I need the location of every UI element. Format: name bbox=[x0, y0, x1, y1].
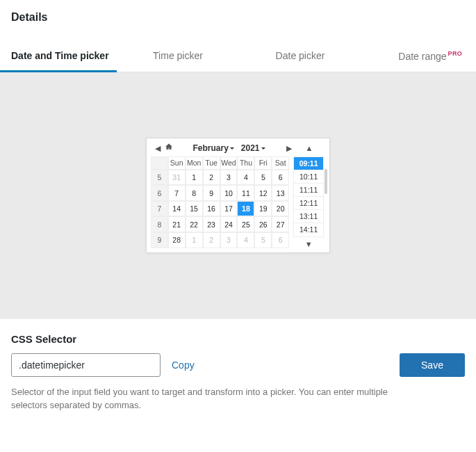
month-year-display: February 2021 bbox=[174, 143, 284, 153]
calendar-day-cell[interactable]: 4 bbox=[237, 170, 254, 186]
week-number-cell: 8 bbox=[151, 216, 168, 232]
year-select[interactable]: 2021 bbox=[241, 143, 265, 153]
tab-label: Date picker bbox=[276, 50, 325, 61]
week-number-header bbox=[151, 156, 168, 170]
calendar-day-cell[interactable]: 10 bbox=[220, 185, 238, 201]
weekday-header: Sat bbox=[272, 156, 289, 170]
calendar-day-cell[interactable]: 26 bbox=[254, 216, 272, 232]
time-scroll-down-icon[interactable]: ▼ bbox=[305, 237, 313, 248]
calendar-day-cell[interactable]: 24 bbox=[220, 216, 238, 232]
selector-help-text: Selector of the input field you want to … bbox=[11, 385, 400, 412]
week-number-cell: 5 bbox=[151, 170, 168, 186]
weekday-header: Sun bbox=[168, 156, 186, 170]
time-column: 09:1110:1111:1112:1113:1114:11 ▼ bbox=[292, 156, 325, 248]
calendar-day-cell[interactable]: 19 bbox=[254, 201, 272, 217]
picker-body: SunMonTueWedThuFriSat 531123456678910111… bbox=[151, 156, 325, 248]
calendar-row: 714151617181920 bbox=[151, 201, 289, 217]
weekday-header: Thu bbox=[237, 156, 254, 170]
calendar-row: 531123456 bbox=[151, 170, 289, 186]
week-number-cell: 6 bbox=[151, 185, 168, 201]
calendar-day-cell[interactable]: 3 bbox=[220, 170, 238, 186]
calendar-day-cell[interactable]: 6 bbox=[272, 232, 289, 248]
calendar-day-cell[interactable]: 21 bbox=[168, 216, 186, 232]
tab-label: Date and Time picker bbox=[11, 50, 109, 61]
calendar-day-cell[interactable]: 2 bbox=[203, 232, 220, 248]
calendar-day-cell[interactable]: 23 bbox=[203, 216, 220, 232]
calendar-day-cell[interactable]: 17 bbox=[220, 201, 238, 217]
calendar-day-cell[interactable]: 13 bbox=[272, 185, 289, 201]
time-option[interactable]: 10:11 bbox=[294, 170, 323, 184]
time-list: 09:1110:1111:1112:1113:1114:11 bbox=[293, 156, 324, 237]
calendar-day-cell[interactable]: 22 bbox=[186, 216, 203, 232]
copy-button[interactable]: Copy bbox=[172, 360, 195, 371]
picker-header: ◀ February 2021 ▶ ▲ bbox=[151, 143, 325, 156]
selector-panel: CSS Selector Copy Save Selector of the i… bbox=[0, 318, 476, 421]
time-scroll-up-icon[interactable]: ▲ bbox=[295, 143, 324, 154]
tab-date-picker[interactable]: Date picker bbox=[239, 40, 361, 72]
time-option[interactable]: 13:11 bbox=[294, 210, 323, 223]
tab-time-picker[interactable]: Time picker bbox=[117, 40, 239, 72]
calendar-day-cell[interactable]: 20 bbox=[272, 201, 289, 217]
page-title: Details bbox=[0, 0, 476, 40]
calendar-day-cell[interactable]: 1 bbox=[186, 170, 203, 186]
calendar-day-cell[interactable]: 7 bbox=[168, 185, 186, 201]
calendar-day-cell[interactable]: 5 bbox=[254, 170, 272, 186]
time-option[interactable]: 09:11 bbox=[294, 157, 323, 170]
calendar-day-cell[interactable]: 28 bbox=[168, 232, 186, 248]
calendar-table: SunMonTueWedThuFriSat 531123456678910111… bbox=[151, 156, 289, 248]
calendar-day-cell[interactable]: 5 bbox=[254, 232, 272, 248]
calendar-day-cell[interactable]: 27 bbox=[272, 216, 289, 232]
calendar-day-cell[interactable]: 18 bbox=[237, 201, 254, 217]
calendar-day-cell[interactable]: 8 bbox=[186, 185, 203, 201]
css-selector-input[interactable] bbox=[11, 353, 161, 377]
next-month-icon[interactable]: ▶ bbox=[284, 143, 295, 154]
time-option[interactable]: 12:11 bbox=[294, 197, 323, 210]
tab-date-and-time-picker[interactable]: Date and Time picker bbox=[0, 40, 117, 72]
time-scrollbar[interactable] bbox=[325, 169, 327, 194]
pro-badge: PRO bbox=[448, 50, 462, 57]
calendar-day-cell[interactable]: 1 bbox=[186, 232, 203, 248]
calendar-day-cell[interactable]: 14 bbox=[168, 201, 186, 217]
weekday-header: Wed bbox=[220, 156, 238, 170]
tab-label: Date range bbox=[398, 51, 446, 62]
tab-date-range[interactable]: Date rangePRO bbox=[361, 40, 476, 72]
prev-month-icon[interactable]: ◀ bbox=[152, 143, 163, 154]
calendar-day-cell[interactable]: 6 bbox=[272, 170, 289, 186]
calendar-day-cell[interactable]: 9 bbox=[203, 185, 220, 201]
weekday-header: Tue bbox=[203, 156, 220, 170]
calendar-day-cell[interactable]: 2 bbox=[203, 170, 220, 186]
calendar-row: 678910111213 bbox=[151, 185, 289, 201]
calendar-day-cell[interactable]: 31 bbox=[168, 170, 186, 186]
weekday-header: Mon bbox=[186, 156, 203, 170]
calendar-day-cell[interactable]: 3 bbox=[220, 232, 238, 248]
tab-label: Time picker bbox=[153, 50, 203, 61]
calendar-day-cell[interactable]: 15 bbox=[186, 201, 203, 217]
preview-area: ◀ February 2021 ▶ ▲ SunMonTueWedThuFriSa… bbox=[0, 72, 476, 318]
month-select[interactable]: February bbox=[192, 143, 233, 153]
datetime-picker-widget: ◀ February 2021 ▶ ▲ SunMonTueWedThuFriSa… bbox=[146, 138, 330, 253]
calendar-day-cell[interactable]: 12 bbox=[254, 185, 272, 201]
calendar-day-cell[interactable]: 11 bbox=[237, 185, 254, 201]
save-button[interactable]: Save bbox=[400, 353, 465, 377]
home-icon[interactable] bbox=[163, 143, 174, 154]
weekday-header: Fri bbox=[254, 156, 272, 170]
calendar-day-cell[interactable]: 25 bbox=[237, 216, 254, 232]
time-option[interactable]: 11:11 bbox=[294, 184, 323, 197]
calendar-day-cell[interactable]: 16 bbox=[203, 201, 220, 217]
week-number-cell: 7 bbox=[151, 201, 168, 217]
week-number-cell: 9 bbox=[151, 232, 168, 248]
calendar-day-cell[interactable]: 4 bbox=[237, 232, 254, 248]
css-selector-label: CSS Selector bbox=[11, 333, 465, 345]
calendar-row: 928123456 bbox=[151, 232, 289, 248]
selector-row: Copy Save bbox=[11, 353, 465, 377]
tabs: Date and Time picker Time picker Date pi… bbox=[0, 40, 476, 72]
time-option[interactable]: 14:11 bbox=[294, 223, 323, 236]
calendar-row: 821222324252627 bbox=[151, 216, 289, 232]
